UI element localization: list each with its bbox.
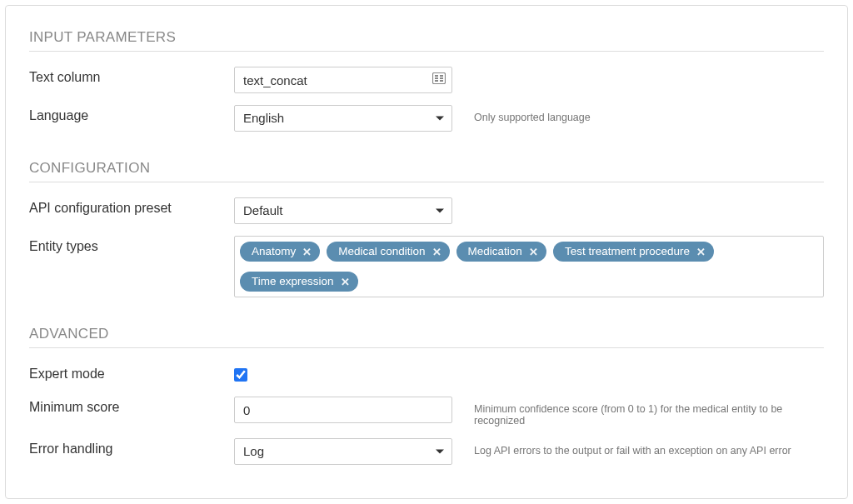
entity-tag: Medication✕	[456, 242, 546, 262]
entity-tag: Anatomy✕	[240, 242, 320, 262]
label-language: Language	[29, 105, 234, 123]
entity-tag: Time expression✕	[240, 272, 358, 292]
row-api-preset: API configuration preset Default	[29, 197, 824, 224]
section-header-config: CONFIGURATION	[29, 160, 824, 182]
entity-tag-label: Time expression	[252, 276, 334, 287]
hint-error-handling: Log API errors to the output or fail wit…	[452, 438, 824, 457]
hint-language: Only supported language	[452, 105, 824, 123]
control-entity-types: Anatomy✕Medical condition✕Medication✕Tes…	[234, 236, 824, 297]
remove-tag-icon[interactable]: ✕	[529, 247, 538, 257]
hint-minimum-score: Minimum confidence score (from 0 to 1) f…	[452, 397, 824, 427]
control-error-handling: Log	[234, 438, 452, 465]
label-entity-types: Entity types	[29, 236, 234, 254]
entity-tag: Test treatment procedure✕	[553, 242, 714, 262]
entity-tag-label: Anatomy	[252, 246, 296, 257]
expert-mode-checkbox[interactable]	[234, 368, 247, 382]
api-preset-select[interactable]: Default	[234, 197, 452, 224]
remove-tag-icon[interactable]: ✕	[432, 247, 441, 257]
settings-panel: INPUT PARAMETERS Text column Language En…	[5, 5, 848, 499]
entity-tag-label: Test treatment procedure	[565, 246, 690, 257]
error-handling-select[interactable]: Log	[234, 438, 452, 465]
label-error-handling: Error handling	[29, 438, 234, 457]
row-expert-mode: Expert mode	[29, 363, 824, 385]
label-minimum-score: Minimum score	[29, 397, 234, 415]
control-text-column	[234, 67, 452, 93]
section-header-input: INPUT PARAMETERS	[29, 29, 824, 52]
row-minimum-score: Minimum score Minimum confidence score (…	[29, 397, 824, 427]
section-configuration: CONFIGURATION API configuration preset D…	[29, 160, 824, 297]
text-column-input[interactable]	[234, 67, 452, 93]
minimum-score-input[interactable]	[234, 397, 452, 423]
label-expert-mode: Expert mode	[29, 363, 234, 382]
section-input-parameters: INPUT PARAMETERS Text column Language En…	[29, 29, 824, 132]
language-select[interactable]: English	[234, 105, 452, 132]
control-minimum-score	[234, 397, 452, 423]
row-language: Language English Only supported language	[29, 105, 824, 132]
remove-tag-icon[interactable]: ✕	[696, 247, 706, 257]
control-expert-mode	[234, 363, 452, 385]
row-text-column: Text column	[29, 67, 824, 93]
remove-tag-icon[interactable]: ✕	[341, 277, 350, 287]
remove-tag-icon[interactable]: ✕	[302, 247, 312, 257]
control-api-preset: Default	[234, 197, 452, 224]
row-entity-types: Entity types Anatomy✕Medical condition✕M…	[29, 236, 824, 297]
entity-tag-label: Medication	[468, 246, 522, 257]
row-error-handling: Error handling Log Log API errors to the…	[29, 438, 824, 465]
entity-tag: Medical condition✕	[327, 242, 449, 262]
section-advanced: ADVANCED Expert mode Minimum score Minim…	[29, 326, 824, 465]
section-header-advanced: ADVANCED	[29, 326, 824, 348]
entity-types-tagbox[interactable]: Anatomy✕Medical condition✕Medication✕Tes…	[234, 236, 824, 297]
control-language: English	[234, 105, 452, 132]
label-text-column: Text column	[29, 67, 234, 85]
label-api-preset: API configuration preset	[29, 197, 234, 216]
entity-tag-label: Medical condition	[338, 246, 425, 257]
